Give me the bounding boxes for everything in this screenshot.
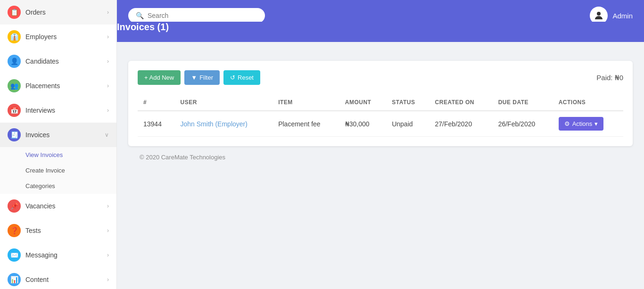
table-header: # USER ITEM AMOUNT STATUS CREATED ON DUE…: [138, 94, 623, 111]
cell-status: Unpaid: [386, 111, 429, 137]
employers-icon: 👔: [8, 30, 21, 43]
vacancies-icon: 📌: [8, 199, 21, 213]
chevron-right-icon: ›: [107, 83, 109, 89]
sidebar-item-placements[interactable]: 👥 Placements ›: [0, 74, 116, 98]
submenu-categories[interactable]: Categories: [0, 178, 116, 194]
table-body: 13944 John Smith (Employer) Placement fe…: [138, 111, 623, 137]
sidebar-item-candidates[interactable]: 👤 Candidates ›: [0, 49, 116, 74]
sidebar-item-label: Vacancies: [25, 202, 107, 210]
col-created-on: CREATED ON: [429, 94, 493, 111]
actions-button[interactable]: ⚙ Actions ▾: [559, 117, 604, 131]
page-title: Invoices (1): [117, 22, 169, 32]
tests-icon: ❓: [8, 224, 21, 237]
invoices-icon: 🧾: [8, 128, 21, 141]
user-link[interactable]: John Smith (Employer): [181, 120, 248, 128]
sidebar: 📋 Orders › 👔 Employers › 👤 Candidates › …: [0, 0, 117, 289]
sidebar-item-label: Orders: [25, 8, 107, 16]
sidebar-item-employers[interactable]: 👔 Employers ›: [0, 25, 116, 49]
svg-point-0: [597, 12, 601, 16]
chevron-right-icon: ›: [107, 9, 109, 16]
chevron-down-icon: ∨: [105, 132, 109, 138]
chevron-right-icon: ›: [107, 58, 109, 65]
col-actions: ACTIONS: [553, 94, 623, 111]
sidebar-item-label: Interviews: [25, 107, 107, 114]
sidebar-item-label: Content: [25, 276, 107, 283]
sidebar-item-tests[interactable]: ❓ Tests ›: [0, 218, 116, 243]
cell-item: Placement fee: [272, 111, 339, 137]
add-new-button[interactable]: + Add New: [138, 70, 181, 85]
sidebar-item-vacancies[interactable]: 📌 Vacancies ›: [0, 194, 116, 218]
cell-id: 13944: [138, 111, 175, 137]
interviews-icon: 📅: [8, 104, 21, 117]
cell-user: John Smith (Employer): [175, 111, 273, 137]
sidebar-item-orders[interactable]: 📋 Orders ›: [0, 0, 116, 25]
cell-due-date: 26/Feb/2020: [493, 111, 553, 137]
invoices-card: + Add New ▼ Filter ↺ Reset Paid: ₦0 #: [128, 61, 633, 146]
content-area: + Add New ▼ Filter ↺ Reset Paid: ₦0 #: [117, 51, 644, 289]
col-due-date: DUE DATE: [493, 94, 553, 111]
table-row: 13944 John Smith (Employer) Placement fe…: [138, 111, 623, 137]
sidebar-item-interviews[interactable]: 📅 Interviews ›: [0, 98, 116, 123]
chevron-right-icon: ›: [107, 276, 109, 283]
chevron-right-icon: ›: [107, 227, 109, 234]
submenu-create-invoice[interactable]: Create Invoice: [0, 163, 116, 178]
messaging-icon: ✉️: [8, 248, 21, 262]
col-item: ITEM: [272, 94, 339, 111]
reset-button[interactable]: ↺ Reset: [223, 70, 260, 85]
content-icon: 📊: [8, 273, 21, 286]
col-number: #: [138, 94, 175, 111]
chevron-right-icon: ›: [107, 252, 109, 258]
chevron-right-icon: ›: [107, 203, 109, 209]
main-content: 🔍 Admin Invoices (1) + Add New ▼ Filter: [117, 0, 644, 289]
admin-label: Admin: [612, 12, 633, 20]
invoices-table: # USER ITEM AMOUNT STATUS CREATED ON DUE…: [138, 94, 623, 137]
candidates-icon: 👤: [8, 55, 21, 68]
cell-actions: ⚙ Actions ▾: [553, 111, 623, 137]
orders-icon: 📋: [8, 6, 21, 19]
copyright-text: © 2020 CareMate Technologies: [140, 154, 225, 161]
submenu-view-invoices[interactable]: View Invoices: [0, 147, 116, 163]
col-status: STATUS: [386, 94, 429, 111]
sidebar-item-invoices[interactable]: 🧾 Invoices ∨: [0, 123, 116, 147]
toolbar: + Add New ▼ Filter ↺ Reset Paid: ₦0: [138, 70, 623, 85]
cell-created-on: 27/Feb/2020: [429, 111, 493, 137]
cell-amount: ₦30,000: [339, 111, 386, 137]
page-header-section: Invoices (1): [117, 22, 644, 42]
filter-icon: ▼: [191, 74, 197, 81]
sidebar-item-content[interactable]: 📊 Content ›: [0, 267, 116, 289]
footer: © 2020 CareMate Technologies: [128, 146, 633, 168]
paid-info: Paid: ₦0: [596, 74, 623, 82]
search-icon: 🔍: [136, 12, 144, 19]
invoices-submenu: View Invoices Create Invoice Categories: [0, 147, 116, 194]
col-amount: AMOUNT: [339, 94, 386, 111]
placements-icon: 👥: [8, 79, 21, 92]
search-input[interactable]: [148, 12, 257, 19]
sidebar-item-label: Messaging: [25, 251, 107, 259]
gear-icon: ⚙: [564, 120, 570, 127]
dropdown-icon: ▾: [594, 120, 598, 127]
sidebar-item-messaging[interactable]: ✉️ Messaging ›: [0, 243, 116, 267]
sidebar-item-label: Candidates: [25, 58, 107, 65]
sidebar-item-label: Employers: [25, 33, 107, 41]
sidebar-item-label: Placements: [25, 82, 107, 90]
sidebar-item-label: Invoices: [25, 131, 105, 139]
chevron-right-icon: ›: [107, 107, 109, 114]
col-user: USER: [175, 94, 273, 111]
chevron-right-icon: ›: [107, 33, 109, 40]
sidebar-item-label: Tests: [25, 227, 107, 234]
filter-button[interactable]: ▼ Filter: [184, 70, 220, 85]
search-bar[interactable]: 🔍: [128, 8, 265, 23]
reset-icon: ↺: [230, 74, 235, 81]
